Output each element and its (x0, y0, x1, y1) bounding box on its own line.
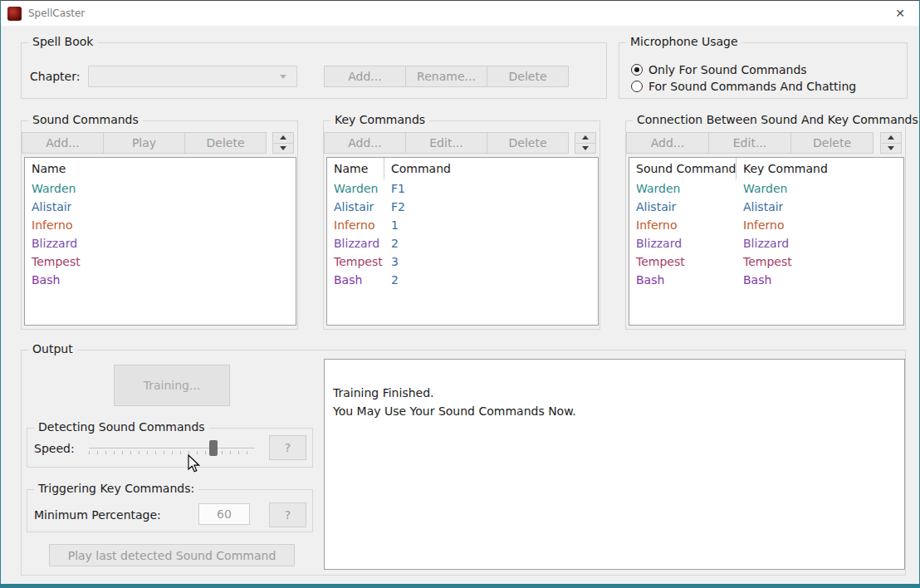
play-last-detected-button[interactable]: Play last detected Sound Command (49, 544, 295, 566)
sound-add-button[interactable]: Add... (22, 132, 104, 154)
output-group: Output Training... Detecting Sound Comma… (21, 350, 906, 576)
microphone-usage-group: Microphone Usage Only For Sound Commands… (619, 42, 908, 99)
sound-command-name: Alistair (25, 200, 71, 213)
sound-delete-button[interactable]: Delete (184, 132, 267, 154)
connection-row[interactable]: Alistair Alistair (629, 198, 903, 216)
speed-slider[interactable] (89, 437, 255, 460)
connection-row[interactable]: Tempest Tempest (629, 252, 903, 271)
log-line: Training Finished. (333, 384, 896, 402)
connection-key: Warden (736, 182, 787, 195)
connection-delete-button[interactable]: Delete (790, 132, 874, 154)
spinner-up-button[interactable] (881, 133, 901, 143)
connection-row[interactable]: Blizzard Blizzard (629, 234, 903, 252)
sound-command-row[interactable]: Blizzard (25, 234, 296, 252)
speed-label: Speed: (34, 438, 75, 459)
header-key-command: Key Command (736, 162, 828, 175)
connection-sound: Warden (629, 182, 736, 195)
key-command-name: Alistair (327, 200, 384, 213)
key-command-name: Bash (327, 273, 384, 287)
radio-sound-commands-and-chatting[interactable]: For Sound Commands And Chatting (631, 80, 856, 93)
connection-row[interactable]: Bash Bash (629, 271, 903, 289)
key-command-value: 2 (384, 237, 399, 250)
key-command-row[interactable]: Warden F1 (327, 179, 598, 198)
key-command-row[interactable]: Tempest 3 (327, 252, 598, 271)
connections-list-header: Sound Command Key Command (629, 158, 903, 179)
sound-command-name: Blizzard (25, 237, 77, 250)
sound-command-row[interactable]: Tempest (25, 252, 296, 271)
output-log[interactable]: Training Finished. You May Use Your Soun… (324, 359, 905, 570)
down-arrow-icon (280, 146, 286, 150)
connection-sound: Tempest (629, 255, 736, 268)
key-command-row[interactable]: Inferno 1 (327, 216, 598, 234)
connection-row[interactable]: Warden Warden (629, 179, 903, 198)
detecting-title: Detecting Sound Commands (34, 420, 209, 434)
key-command-name: Warden (327, 182, 384, 195)
spinner-up-button[interactable] (273, 133, 293, 143)
key-delete-button[interactable]: Delete (487, 132, 569, 154)
key-commands-group: Key Commands Add... Edit... Delete Name … (323, 120, 600, 330)
chapter-rename-button[interactable]: Rename... (405, 66, 487, 87)
sound-commands-group: Sound Commands Add... Play Delete Name W… (21, 120, 298, 330)
slider-track (89, 448, 255, 448)
sound-commands-list[interactable]: Name Warden Alistair Inferno Blizzard Te… (24, 157, 296, 326)
spinner-down-button[interactable] (273, 143, 293, 154)
up-arrow-icon (582, 135, 589, 140)
key-command-value: 1 (384, 218, 399, 232)
spinner-down-button[interactable] (881, 143, 901, 154)
sound-command-name: Bash (25, 273, 60, 287)
spell-book-title: Spell Book (28, 35, 97, 48)
connection-key: Tempest (736, 255, 792, 268)
minimum-percentage-input[interactable] (198, 503, 250, 525)
spinner-down-button[interactable] (575, 143, 595, 154)
key-commands-title: Key Commands (330, 113, 429, 126)
key-command-row[interactable]: Alistair F2 (327, 198, 598, 216)
down-arrow-icon (888, 146, 894, 150)
sound-command-row[interactable]: Alistair (25, 198, 296, 216)
connection-sound: Alistair (629, 200, 736, 213)
connection-sound: Bash (629, 273, 736, 287)
chapter-select[interactable] (88, 66, 297, 87)
sound-command-row[interactable]: Bash (25, 271, 296, 289)
key-command-name: Blizzard (327, 237, 384, 250)
log-line: You May Use Your Sound Commands Now. (333, 402, 896, 420)
sound-command-row[interactable]: Inferno (25, 216, 296, 234)
training-button[interactable]: Training... (114, 365, 230, 406)
connections-list[interactable]: Sound Command Key Command Warden Warden … (629, 157, 904, 326)
header-sound-command: Sound Command (629, 158, 736, 179)
connection-add-button[interactable]: Add... (626, 132, 709, 154)
connections-group: Connection Between Sound And Key Command… (625, 120, 906, 330)
app-icon (7, 7, 22, 21)
spinner-up-button[interactable] (575, 133, 595, 143)
key-edit-button[interactable]: Edit... (405, 132, 487, 154)
close-button[interactable]: ✕ (881, 1, 919, 26)
connection-key: Inferno (736, 218, 785, 232)
sound-command-name: Tempest (25, 255, 81, 268)
key-command-value: 2 (384, 273, 399, 287)
chapter-delete-button[interactable]: Delete (487, 66, 569, 87)
sound-command-row[interactable]: Warden (25, 179, 296, 198)
key-command-value: F2 (384, 200, 405, 213)
key-add-button[interactable]: Add... (324, 132, 406, 154)
speed-slider-thumb[interactable] (209, 440, 218, 456)
spellcaster-window: SpellCaster ✕ Spell Book Chapter: Add...… (0, 0, 920, 588)
key-command-row[interactable]: Blizzard 2 (327, 234, 598, 252)
radio-only-sound-commands[interactable]: Only For Sound Commands (631, 63, 807, 76)
chapter-add-button[interactable]: Add... (324, 66, 406, 87)
key-command-row[interactable]: Bash 2 (327, 271, 598, 289)
connection-row[interactable]: Inferno Inferno (629, 216, 903, 234)
sound-play-button[interactable]: Play (103, 132, 185, 154)
speed-help-button[interactable]: ? (269, 435, 306, 460)
titlebar[interactable]: SpellCaster ✕ (1, 1, 919, 26)
key-commands-list[interactable]: Name Command Warden F1 Alistair F2 Infer… (326, 157, 599, 326)
microphone-usage-title: Microphone Usage (626, 35, 742, 48)
sound-commands-title: Sound Commands (28, 113, 143, 126)
connection-edit-button[interactable]: Edit... (708, 132, 791, 154)
radio-label: For Sound Commands And Chatting (648, 80, 856, 93)
triggering-title: Triggering Key Commands: (34, 482, 198, 495)
percentage-help-button[interactable]: ? (269, 502, 306, 527)
up-arrow-icon (888, 135, 894, 140)
radio-label: Only For Sound Commands (648, 63, 807, 76)
key-command-value: F1 (384, 182, 405, 195)
sound-command-name: Warden (25, 182, 76, 195)
up-arrow-icon (280, 135, 286, 140)
